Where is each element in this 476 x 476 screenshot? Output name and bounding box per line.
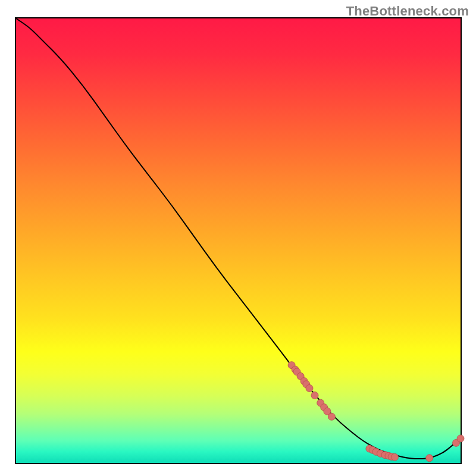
data-marker xyxy=(306,385,313,392)
plot-area xyxy=(15,17,462,464)
data-marker xyxy=(311,392,318,399)
data-marker xyxy=(391,453,398,461)
bottleneck-curve xyxy=(16,18,461,459)
data-markers xyxy=(288,362,464,462)
data-marker xyxy=(426,455,433,462)
chart-overlay-svg xyxy=(16,18,461,463)
chart-container: TheBottleneck.com xyxy=(0,0,476,476)
data-marker xyxy=(457,435,464,442)
data-marker xyxy=(328,413,335,420)
